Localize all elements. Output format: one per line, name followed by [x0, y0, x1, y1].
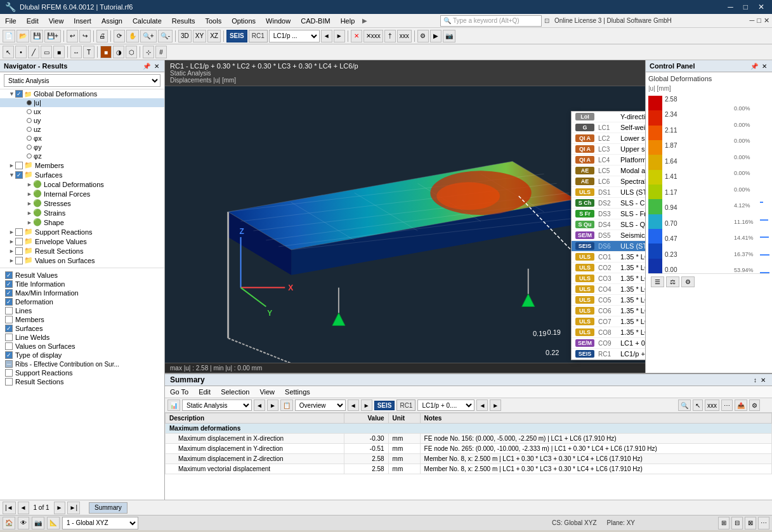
open-btn[interactable]: 📂	[16, 30, 29, 42]
tb2-text[interactable]: T	[83, 46, 95, 58]
tb-btn-cross[interactable]: †	[384, 30, 396, 42]
cp-tb-btn-2[interactable]: ⚖	[666, 276, 679, 287]
dd-item-co7[interactable]: ULS CO7 1.35 * LC1 + 1.50 * LC3 + 1.50 *…	[572, 316, 645, 327]
sum-lc-combo[interactable]: LC1/p + 0....	[417, 399, 474, 411]
zoom-out-btn[interactable]: 🔍-	[158, 30, 173, 42]
m2-checkbox[interactable]	[5, 316, 13, 323]
sum-xxx-btn[interactable]: xxx	[705, 399, 719, 411]
tb2-surface[interactable]: ▭	[41, 46, 52, 58]
animate-btn[interactable]: ▶	[430, 30, 442, 42]
dd-item-co9[interactable]: SE/M CO9 LC1 + 0.30 * LC2 + 0.30 * LC3 +…	[572, 338, 645, 349]
rs2-checkbox[interactable]	[5, 378, 13, 386]
dd-item-co5[interactable]: ULS CO5 1.35 * LC1 + 1.50 * LC2 + 1.50 *…	[572, 295, 645, 306]
tb2-color[interactable]: ■	[100, 46, 112, 58]
lines-checkbox[interactable]	[5, 307, 13, 315]
close-btn[interactable]: ✕	[756, 3, 767, 11]
nav-first-btn[interactable]: |◄	[3, 502, 16, 514]
vs2-checkbox[interactable]	[5, 342, 13, 350]
tb2-snap[interactable]: ⊹	[143, 46, 154, 58]
menu-tools[interactable]: Tools	[200, 14, 226, 27]
members-checkbox[interactable]	[15, 162, 23, 169]
tb2-wireframe[interactable]: ⬡	[126, 46, 137, 58]
dd-item-ds4[interactable]: S Qu DS4 SLS - Quasi-permanent	[572, 219, 645, 230]
dd-item-ds3[interactable]: S Fr DS3 SLS - Frequent	[572, 209, 645, 219]
menu-insert[interactable]: Insert	[69, 14, 96, 27]
tree-result-sections[interactable]: ► 📁 Result Sections	[0, 246, 164, 256]
sum-tb-icon[interactable]: 📊	[167, 399, 180, 411]
maximize-btn[interactable]: □	[741, 3, 750, 11]
redo-btn[interactable]: ↪	[79, 30, 91, 42]
radio-phiz[interactable]	[27, 153, 32, 159]
br-btn2[interactable]: ⊟	[731, 517, 743, 529]
view-3d-btn[interactable]: 3D	[178, 30, 192, 42]
tree-phix[interactable]: φx	[0, 134, 164, 143]
sum-select-btn[interactable]: ↖	[693, 399, 703, 411]
tree-members[interactable]: ► 📁 Members	[0, 160, 164, 170]
radio-phix[interactable]	[27, 136, 32, 141]
dd-item-co6[interactable]: ULS CO6 1.35 * LC1 + 1.50 * LC3	[572, 306, 645, 316]
radio-ux[interactable]	[27, 109, 32, 114]
cp-tb-btn-3[interactable]: ⚙	[681, 276, 695, 287]
sum-lc-prev[interactable]: ◄	[476, 399, 488, 411]
dd-item-lc3[interactable]: QI A LC3 Upper slab	[572, 144, 645, 155]
tree-surfaces2[interactable]: ✓ Surfaces	[0, 324, 164, 333]
inner-close-btn[interactable]: ✕	[764, 16, 769, 25]
sum-menu-edit[interactable]: Edit	[196, 387, 213, 396]
dd-item-lc5[interactable]: AE LC5 Modal analysis	[572, 165, 645, 176]
sum-next-btn[interactable]: ►	[267, 399, 278, 411]
dd-item-co3[interactable]: ULS CO3 1.35 * LC1 + 1.50 * LC2 + 1.50 *…	[572, 273, 645, 284]
sr-checkbox[interactable]	[15, 228, 23, 236]
tree-values-surfaces2[interactable]: Values on Surfaces	[0, 342, 164, 351]
tree-envelope-values[interactable]: ► 📁 Envelope Values	[0, 237, 164, 246]
inner-minimize-btn[interactable]: ─	[750, 16, 755, 25]
dd-item-lc1[interactable]: G LC1 Self-weight	[572, 122, 645, 133]
sr2-checkbox[interactable]	[5, 369, 13, 377]
lc-prev-btn[interactable]: ◄	[321, 30, 332, 42]
print-btn[interactable]: 🖨	[96, 30, 108, 42]
tree-support-reactions[interactable]: ► 📁 Support Reactions	[0, 227, 164, 237]
sum-overview-icon[interactable]: 📋	[280, 399, 293, 411]
dd-item-co1[interactable]: ULS CO1 1.35 * LC1	[572, 252, 645, 263]
nav-cam-btn[interactable]: 📷	[32, 517, 44, 529]
tree-maxmin-info[interactable]: ✓ Max/Min Information	[0, 289, 164, 297]
sum-menu-view[interactable]: View	[257, 387, 277, 396]
ribs-checkbox[interactable]: ─	[5, 360, 13, 368]
tree-result-sections2[interactable]: Result Sections	[0, 377, 164, 386]
tree-internal-forces[interactable]: ► 🟢 Internal Forces	[0, 189, 164, 198]
pan-btn[interactable]: ✋	[126, 30, 139, 42]
menu-edit[interactable]: Edit	[22, 14, 44, 27]
sum-prev-btn[interactable]: ◄	[254, 399, 265, 411]
tree-phiy[interactable]: φy	[0, 143, 164, 152]
tree-stresses[interactable]: ► 🟢 Stresses	[0, 198, 164, 208]
lc-dropdown[interactable]: LoI Y-direction G LC1 Self-weight QI A L…	[571, 111, 645, 360]
def-checkbox[interactable]: ✓	[5, 298, 13, 306]
dd-item-lc2[interactable]: QI A LC2 Lower slab	[572, 133, 645, 144]
tb2-node[interactable]: •	[15, 46, 27, 58]
br-btn3[interactable]: ⊠	[745, 517, 756, 529]
inner-maximize-btn[interactable]: □	[757, 16, 761, 25]
menu-assign[interactable]: Assign	[96, 14, 128, 27]
tb2-opacity[interactable]: ◑	[113, 46, 124, 58]
nav-analysis-select[interactable]: Static Analysis	[4, 74, 160, 87]
rotate-btn[interactable]: ⟳	[114, 30, 125, 42]
view-xz-btn[interactable]: XZ	[207, 30, 221, 42]
coord-system-combo[interactable]: 1 - Global XYZ	[62, 517, 138, 529]
tree-uz[interactable]: uz	[0, 125, 164, 134]
radio-uy[interactable]	[27, 118, 32, 123]
tree-members2[interactable]: Members	[0, 315, 164, 324]
search-box[interactable]: 🔍 Type a keyword (Alt+Q)	[440, 15, 542, 27]
cp-tb-btn-1[interactable]: ☰	[651, 276, 664, 287]
tree-uy[interactable]: uy	[0, 116, 164, 125]
menu-options[interactable]: Options	[226, 14, 261, 27]
td-checkbox[interactable]: ✓	[5, 351, 13, 359]
menu-window[interactable]: Window	[261, 14, 296, 27]
sum-menu-selection[interactable]: Selection	[218, 387, 252, 396]
tree-global-deformations[interactable]: ▼ ✓ 📁 Global Deformations	[0, 89, 164, 98]
nav-last-btn[interactable]: ►|	[67, 502, 81, 514]
menu-help[interactable]: Help	[336, 14, 360, 27]
navigator-pin-btn[interactable]: 📌	[141, 63, 152, 70]
zoom-in-btn[interactable]: 🔍+	[140, 30, 157, 42]
tree-support-reactions2[interactable]: Support Reactions	[0, 368, 164, 377]
surfaces-checkbox[interactable]: ✓	[15, 171, 23, 179]
sum-lc-next[interactable]: ►	[490, 399, 501, 411]
